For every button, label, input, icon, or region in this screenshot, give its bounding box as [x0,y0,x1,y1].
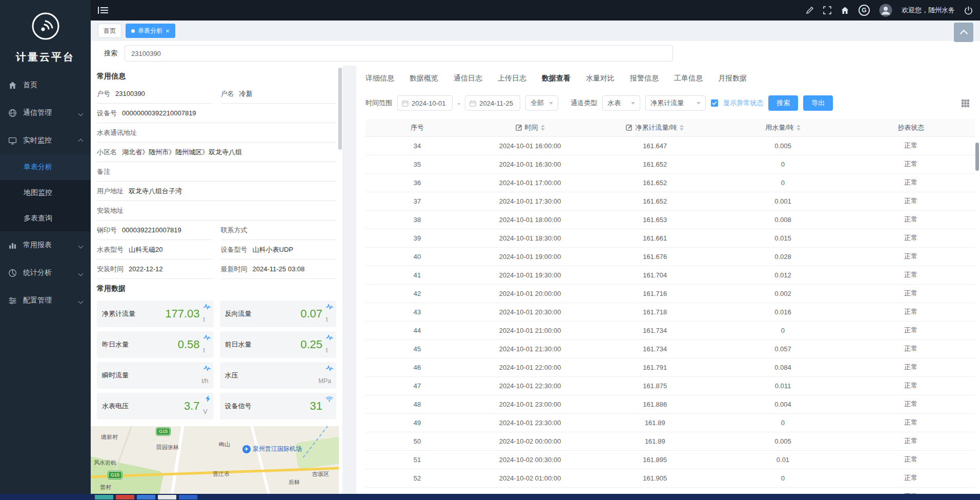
start-date-input[interactable]: 2024-10-01 [397,95,453,111]
detail-tab-7[interactable]: 工单信息 [674,74,703,83]
table-row[interactable]: 402024-10-01 19:00:00161.6760.028正常 [365,247,975,266]
taskbar-app[interactable] [179,495,197,499]
sort-control[interactable] [541,125,545,131]
sidebar-item-communication[interactable]: 通信管理 [0,99,91,127]
left-panel-scrollbar[interactable] [338,68,342,150]
detail-tab-8[interactable]: 月报数据 [718,74,747,83]
sidebar-item-realtime-monitor[interactable]: 实时监控 [0,127,91,154]
granularity-select[interactable]: 全部 [525,95,558,111]
map-label: 晋江市 [213,470,230,478]
table-cell: 正常 [847,210,975,229]
table-cell: 0.005 [719,136,847,155]
fullscreen-icon[interactable] [823,6,831,14]
column-settings-icon[interactable] [961,99,970,108]
detail-tab-0[interactable]: 详细信息 [365,74,394,83]
table-row[interactable]: 422024-10-01 20:00:00161.7160.002正常 [365,284,975,303]
taskbar-app[interactable] [158,495,176,499]
sidebar-item-configuration[interactable]: 配置管理 [0,287,91,314]
taskbar-app[interactable] [95,495,113,499]
sidebar-item-single-meter-analysis[interactable]: 单表分析 [0,154,91,180]
sidebar-item-reports[interactable]: 常用报表 [0,231,91,259]
tab-home[interactable]: 首页 [98,24,121,38]
data-panel: 详细信息数据概览通信日志上传日志数据查看水量对比报警信息工单信息月报数据 时间范… [356,66,980,494]
table-cell: 53 [365,487,469,494]
export-button[interactable]: 导出 [803,95,833,111]
column-header-usage[interactable]: 用水量/吨 [719,119,847,136]
table-cell: 正常 [847,173,975,192]
table-row[interactable]: 532024-10-02 01:30:00161.9050正常 [365,487,975,494]
home-shortcut-icon[interactable] [841,6,849,15]
card-unit: t [326,347,331,358]
power-icon[interactable] [964,6,973,15]
menu-collapse-icon[interactable] [98,6,108,14]
close-icon[interactable]: × [166,28,170,34]
table-cell: 2024-10-01 22:00:00 [469,358,591,376]
column-header-time[interactable]: 时间 [469,119,591,136]
sort-control[interactable] [797,125,801,131]
info-row: 钢印号 0000392210007819 联系方式 [97,221,336,240]
abnormal-status-label[interactable]: 显示异常状态 [723,98,763,108]
sidebar-item-multi-meter-query[interactable]: 多表查询 [0,206,91,231]
table-row[interactable]: 472024-10-01 22:30:00161.8750.011正常 [365,376,975,395]
location-map[interactable]: G15 G15 塘新村 田园张林 峋山 风水岩机 晋江市 后林 吉坂区 普村 泉… [91,426,339,494]
table-cell: 34 [365,136,469,155]
detail-tab-1[interactable]: 数据概览 [410,74,438,83]
detail-tab-6[interactable]: 报警信息 [630,74,659,83]
search-input[interactable] [125,45,673,62]
edit-icon[interactable] [806,6,814,14]
field-meter-comm-address: 水表通讯地址 [97,123,336,143]
taskbar-app[interactable] [116,495,134,499]
calendar-icon [469,100,476,107]
tab-single-meter-analysis[interactable]: 单表分析 × [126,24,175,38]
detail-tab-3[interactable]: 上传日志 [498,74,526,83]
sidebar-item-home[interactable]: 首页 [0,71,91,99]
field-label: 备注 [97,167,110,176]
column-header-status: 抄表状态 [847,119,975,136]
table-row[interactable]: 452024-10-01 21:30:00161.7340.057正常 [365,339,975,358]
table-row[interactable]: 352024-10-01 16:30:00161.6520正常 [365,155,975,173]
table-row[interactable]: 372024-10-01 17:30:00161.6520.001正常 [365,192,975,210]
table-row[interactable]: 462024-10-01 22:00:00161.7910.084正常 [365,358,975,376]
detail-tab-2[interactable]: 通信日志 [454,74,482,83]
detail-tab-5[interactable]: 水量对比 [586,74,615,83]
field-device-number: 设备号 00000000392210007819 [97,104,336,123]
sidebar-item-statistics[interactable]: 统计分析 [0,259,91,287]
search-button[interactable]: 搜索 [768,95,798,111]
detail-tab-4[interactable]: 数据查看 [542,74,570,83]
table-row[interactable]: 362024-10-01 17:00:00161.6520正常 [365,173,975,192]
sort-control[interactable] [680,125,684,131]
table-row[interactable]: 482024-10-01 23:00:00161.8860.004正常 [365,395,975,413]
table-row[interactable]: 492024-10-01 23:30:00161.890正常 [365,413,975,432]
end-date-input[interactable]: 2024-11-25 [465,95,520,111]
abnormal-status-checkbox[interactable] [711,99,718,107]
os-taskbar[interactable] [0,494,980,500]
table-row[interactable]: 512024-10-02 00:30:00161.8950.01正常 [365,450,975,469]
map-label: 后林 [289,478,300,486]
table-row[interactable]: 502024-10-02 00:00:00161.890.005正常 [365,432,975,450]
table-row[interactable]: 442024-10-01 21:00:00161.7340正常 [365,321,975,339]
table-row[interactable]: 432024-10-01 20:30:00161.7180.016正常 [365,303,975,321]
table-cell: 正常 [847,321,975,339]
table-scrollbar[interactable] [975,143,979,171]
field-value: 双龙寺八组台子湾 [129,187,182,196]
channel-select[interactable]: 水表 [602,95,640,111]
avatar[interactable] [879,4,892,17]
column-header-net-flow[interactable]: 净累计流量/吨 [591,119,719,136]
table-row[interactable]: 412024-10-01 19:30:00161.7040.012正常 [365,266,975,284]
table-cell: 正常 [847,413,975,432]
g-logo-icon[interactable]: G [859,5,870,16]
metric-select[interactable]: 净累计流量 [645,95,706,111]
table-row[interactable]: 342024-10-01 16:00:00161.6470.005正常 [365,136,975,155]
airport-marker[interactable]: 泉州晋江国际机场 [242,445,302,453]
sidebar-item-map-monitor[interactable]: 地图监控 [0,180,91,206]
back-to-top-button[interactable] [954,23,973,42]
table-cell: 39 [365,229,469,247]
monitor-icon [8,136,17,145]
sidebar-item-label: 配置管理 [23,296,52,305]
taskbar-app[interactable] [137,495,155,499]
table-row[interactable]: 392024-10-01 18:30:00161.6610.015正常 [365,229,975,247]
table-row[interactable]: 522024-10-02 01:00:00161.9050正常 [365,469,975,487]
meter-info-panel: 常用信息 户号 23100390 户名 冷新 设备号 0000000039221… [91,66,342,494]
table-row[interactable]: 382024-10-01 18:00:00161.6530.008正常 [365,210,975,229]
table-cell: 161.886 [591,395,719,413]
